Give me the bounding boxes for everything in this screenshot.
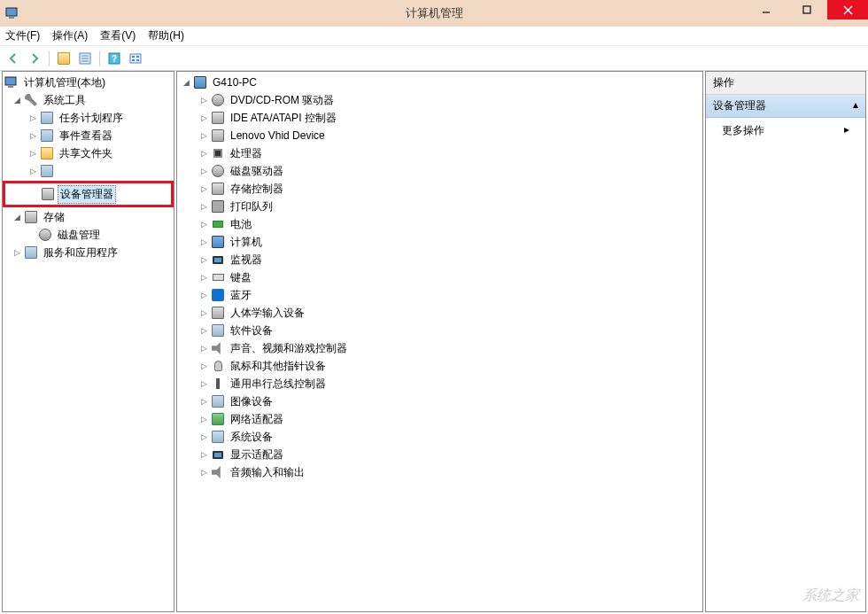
expand-icon[interactable]: ▷	[27, 166, 38, 176]
device-category[interactable]: ▷处理器	[177, 144, 702, 162]
tree-root[interactable]: 计算机管理(本地)	[3, 74, 174, 91]
device-category[interactable]: ▷鼠标和其他指针设备	[177, 357, 702, 375]
maximize-button[interactable]	[787, 0, 827, 19]
device-category[interactable]: ▷Lenovo Vhid Device	[177, 127, 702, 144]
collapse-icon[interactable]: ◢	[12, 212, 22, 222]
expand-icon[interactable]: ▷	[198, 237, 209, 247]
device-category[interactable]: ▷声音、视频和游戏控制器	[177, 339, 702, 357]
device-tree: ◢ G410-PC ▷DVD/CD-ROM 驱动器▷IDE ATA/ATAPI …	[177, 72, 702, 483]
tree-storage[interactable]: ◢ 存储	[3, 208, 174, 226]
device-category[interactable]: ▷存储控制器	[177, 180, 702, 198]
device-category[interactable]: ▷监视器	[177, 251, 702, 268]
expand-icon[interactable]: ▷	[198, 290, 209, 300]
close-button[interactable]	[827, 0, 868, 19]
tree-label: 存储	[42, 209, 66, 226]
expand-icon[interactable]: ▷	[198, 201, 209, 212]
device-category[interactable]: ▷磁盘驱动器	[177, 162, 702, 180]
collapse-icon[interactable]: ◢	[181, 77, 191, 88]
device-category[interactable]: ▷键盘	[177, 268, 702, 286]
expand-icon[interactable]: ▷	[198, 325, 209, 336]
tree-system-tools[interactable]: ◢ 系统工具	[3, 91, 174, 109]
expand-icon[interactable]: ▷	[198, 378, 209, 389]
device-category[interactable]: ▷IDE ATA/ATAPI 控制器	[177, 109, 702, 127]
expand-icon[interactable]: ▷	[27, 113, 38, 123]
device-category[interactable]: ▷网络适配器	[177, 410, 702, 428]
device-category[interactable]: ▷音频输入和输出	[177, 463, 702, 481]
device-root[interactable]: ◢ G410-PC	[177, 74, 702, 91]
tree-event-viewer[interactable]: ▷ 事件查看器	[3, 127, 174, 144]
device-category[interactable]: ▷打印队列	[177, 198, 702, 215]
device-category[interactable]: ▷软件设备	[177, 322, 702, 339]
actions-section[interactable]: 设备管理器 ▴	[706, 95, 865, 118]
collapse-icon[interactable]: ◢	[12, 95, 22, 105]
computer-icon	[193, 75, 207, 89]
properties-button[interactable]	[75, 49, 95, 68]
menu-view[interactable]: 查看(V)	[100, 28, 136, 43]
expand-icon[interactable]: ▷	[198, 183, 209, 194]
event-viewer-icon	[40, 128, 54, 143]
show-hide-tree-button[interactable]	[54, 49, 74, 68]
tree-label: 打印队列	[229, 198, 275, 215]
expand-icon[interactable]: ▷	[198, 130, 209, 141]
svg-rect-0	[6, 8, 17, 16]
device-category[interactable]: ▷计算机	[177, 233, 702, 251]
forward-button[interactable]	[25, 49, 44, 68]
device-category[interactable]: ▷人体学输入设备	[177, 304, 702, 322]
back-button[interactable]	[4, 49, 23, 68]
expand-icon[interactable]: ▷	[198, 431, 209, 442]
expand-icon[interactable]: ▷	[198, 95, 209, 105]
expand-icon[interactable]: ▷	[12, 247, 22, 258]
device-tree-pane[interactable]: ◢ G410-PC ▷DVD/CD-ROM 驱动器▷IDE ATA/ATAPI …	[176, 71, 703, 612]
device-category[interactable]: ▷蓝牙	[177, 286, 702, 304]
menu-help[interactable]: 帮助(H)	[148, 28, 184, 43]
expand-icon[interactable]: ▷	[198, 219, 209, 229]
tree-task-scheduler[interactable]: ▷ 任务计划程序	[3, 109, 174, 127]
expand-icon[interactable]: ▷	[198, 343, 209, 354]
left-tree-pane[interactable]: 计算机管理(本地) ◢ 系统工具 ▷ 任务计划程序 ▷ 事件查看器 ▷ 共享文件…	[2, 71, 174, 612]
view-button[interactable]	[126, 49, 145, 68]
expand-icon[interactable]: ▷	[198, 396, 209, 407]
device-category[interactable]: ▷图像设备	[177, 392, 702, 410]
device-category[interactable]: ▷系统设备	[177, 428, 702, 446]
expand-icon[interactable]: ▷	[198, 254, 209, 265]
tree-label: 蓝牙	[229, 287, 253, 304]
menu-file[interactable]: 文件(F)	[5, 28, 40, 43]
device-icon	[211, 93, 225, 107]
device-category[interactable]: ▷显示适配器	[177, 446, 702, 463]
expand-icon[interactable]: ▷	[198, 148, 209, 159]
device-category[interactable]: ▷通用串行总线控制器	[177, 375, 702, 392]
device-category[interactable]: ▷DVD/CD-ROM 驱动器	[177, 91, 702, 109]
expand-icon[interactable]: ▷	[198, 467, 209, 478]
device-icon	[211, 323, 225, 338]
expand-icon[interactable]: ▷	[198, 307, 209, 318]
device-icon	[211, 128, 225, 143]
expand-icon[interactable]: ▷	[27, 130, 38, 141]
svg-text:?: ?	[112, 54, 117, 64]
expand-icon[interactable]: ▷	[198, 361, 209, 371]
tree-item-hidden[interactable]: ▷	[3, 162, 174, 180]
tree-shared-folders[interactable]: ▷ 共享文件夹	[3, 144, 174, 162]
device-icon	[211, 235, 225, 249]
submenu-arrow-icon: ▸	[844, 123, 849, 138]
tree-disk-mgmt[interactable]: 磁盘管理	[3, 226, 174, 244]
expand-icon[interactable]: ▷	[198, 414, 209, 424]
tree-label: 处理器	[229, 145, 264, 162]
expand-icon[interactable]: ▷	[198, 166, 209, 176]
minimize-button[interactable]	[746, 0, 787, 19]
menu-action[interactable]: 操作(A)	[52, 28, 88, 43]
tree-label: IDE ATA/ATAPI 控制器	[229, 110, 338, 127]
window-controls	[746, 0, 868, 19]
action-label: 更多操作	[722, 123, 764, 138]
expand-icon[interactable]: ▷	[198, 449, 209, 460]
toolbar-separator	[99, 51, 100, 66]
expand-icon[interactable]: ▷	[198, 113, 209, 123]
device-category[interactable]: ▷电池	[177, 215, 702, 233]
scheduler-icon	[40, 111, 54, 125]
tree-device-manager[interactable]: 设备管理器	[5, 185, 171, 203]
help-button[interactable]: ?	[105, 49, 124, 68]
more-actions[interactable]: 更多操作 ▸	[706, 118, 865, 144]
tree-label: 磁盘驱动器	[229, 163, 285, 180]
tree-services[interactable]: ▷ 服务和应用程序	[3, 244, 174, 261]
expand-icon[interactable]: ▷	[27, 148, 38, 159]
expand-icon[interactable]: ▷	[198, 272, 209, 283]
